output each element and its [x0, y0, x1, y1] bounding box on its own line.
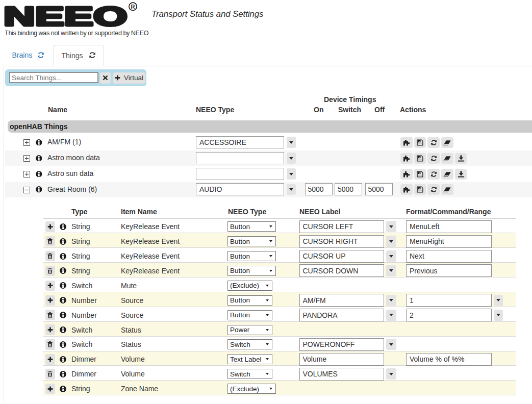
svg-text:R: R [131, 4, 135, 10]
svg-text:NEEO: NEEO [4, 2, 127, 31]
